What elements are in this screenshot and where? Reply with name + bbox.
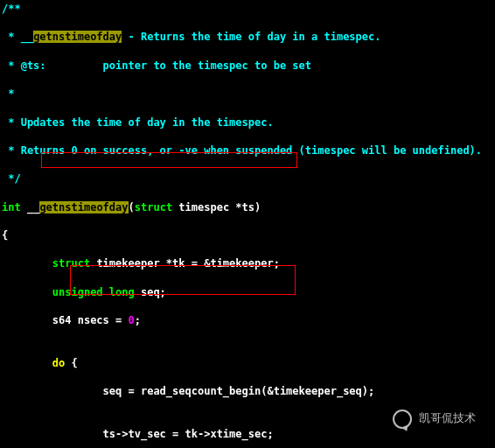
comment-line: */ <box>2 172 493 186</box>
decl-line: unsigned long seq; <box>2 285 493 299</box>
decl-line: s64 nsecs = 0; <box>2 313 493 327</box>
text: s64 nsecs = <box>2 314 129 326</box>
keyword-struct: struct <box>52 257 90 270</box>
fn-signature: int __getnstimeofday(struct timespec *ts… <box>2 200 493 214</box>
indent <box>2 286 52 298</box>
keyword-struct: struct <box>135 201 172 214</box>
number-zero: 0 <box>129 314 135 326</box>
decl-line: struct timekeeper *tk = &timekeeper; <box>2 256 493 270</box>
code-line: ts->tv_sec = tk->xtime_sec; <box>2 427 493 441</box>
keyword-do: do <box>52 357 65 369</box>
text: seq; <box>135 286 166 298</box>
text: - Returns the time of day in a timespec. <box>122 31 380 43</box>
code-block: /** * __getnstimeofday - Returns the tim… <box>2 2 493 448</box>
watermark-text: 凯哥侃技术 <box>419 411 476 427</box>
text: ( <box>129 201 135 214</box>
indent <box>2 357 52 369</box>
code-line: seq = read_seqcount_begin(&timekeeper_se… <box>2 384 493 398</box>
text: timekeeper *tk = &timekeeper; <box>90 257 280 270</box>
comment-line: * <box>2 87 493 101</box>
text: timespec *ts) <box>172 201 261 214</box>
highlight-fn-name: getnstimeofday <box>33 31 122 43</box>
indent <box>2 257 52 270</box>
comment-line: * Returns 0 on success, or -ve when susp… <box>2 144 493 158</box>
text: { <box>65 357 77 369</box>
keyword-unsigned: unsigned long <box>52 286 135 298</box>
keyword-int: int <box>2 201 21 214</box>
text: * __ <box>2 31 33 43</box>
do-open: do { <box>2 356 493 370</box>
highlight-fn-name: getnstimeofday <box>39 201 128 214</box>
brace: { <box>2 228 493 242</box>
watermark: 凯哥侃技术 <box>393 410 476 429</box>
text: ; <box>135 314 141 326</box>
comment-line: * Updates the time of day in the timespe… <box>2 116 493 130</box>
chat-bubble-icon <box>393 410 412 429</box>
comment-line: * @ts: pointer to the timespec to be set <box>2 59 493 73</box>
comment-line: * __getnstimeofday - Returns the time of… <box>2 30 493 44</box>
comment-line: /** <box>2 2 493 16</box>
text: __ <box>21 201 40 214</box>
